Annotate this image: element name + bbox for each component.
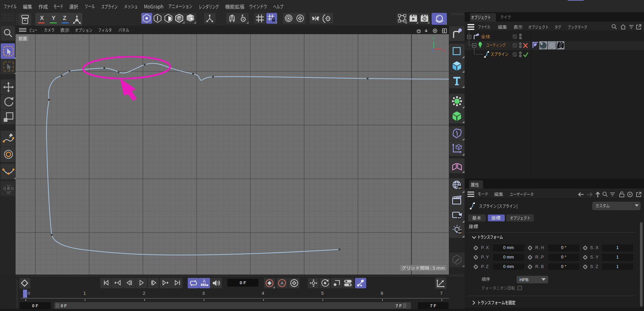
svg-text:A: A — [203, 279, 206, 284]
svg-text:ST: ST — [458, 216, 461, 219]
svg-text:A: A — [281, 281, 284, 286]
svg-text:Z: Z — [432, 49, 434, 53]
svg-text:X: X — [443, 49, 445, 52]
svg-text:ST: ST — [458, 187, 462, 190]
svg-text:Y: Y — [433, 37, 435, 41]
svg-text:ST: ST — [458, 231, 462, 235]
